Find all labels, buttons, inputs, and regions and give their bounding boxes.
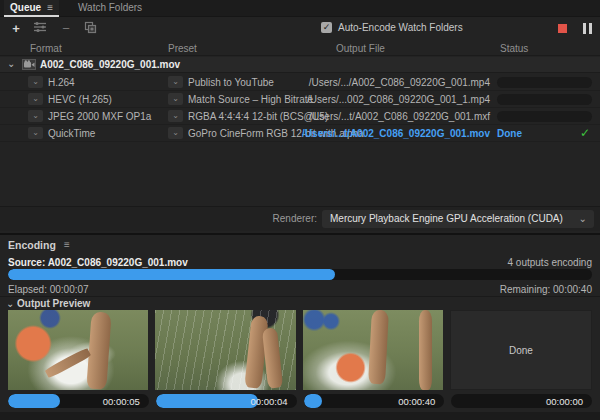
leg-shape xyxy=(87,311,112,389)
outputs-encoding-count: 4 outputs encoding xyxy=(507,257,592,268)
auto-encode-watch-folders[interactable]: ✓ Auto-Encode Watch Folders xyxy=(321,22,463,33)
elapsed-time: Elapsed: 00:00:07 xyxy=(8,284,89,295)
preview-time: 00:00:05 xyxy=(103,396,140,407)
preview-thumbnail-1 xyxy=(8,310,148,390)
preview-progress-row: 00:00:05 00:00:04 00:00:40 00:00:00 xyxy=(8,394,592,408)
collapse-chevron-icon[interactable]: ⌄ xyxy=(6,298,14,309)
preset-dropdown[interactable]: ⌄ xyxy=(168,93,183,105)
preset-label[interactable]: Publish to YouTube xyxy=(188,77,274,88)
minus-icon: − xyxy=(62,21,70,36)
queue-row[interactable]: ⌄ QuickTime ⌄ GoPro CineForm RGB 12-bit … xyxy=(0,125,600,142)
duplicate-button[interactable] xyxy=(82,21,98,37)
remaining-time: Remaining: 00:00:40 xyxy=(500,284,592,295)
plus-icon: + xyxy=(12,21,20,36)
preview-done-label: Done xyxy=(509,345,533,356)
preset-label[interactable]: Match Source – High Bitrate xyxy=(188,94,313,105)
encoding-menu-icon[interactable]: ≡ xyxy=(64,239,70,250)
output-preview-label: Output Preview xyxy=(17,298,90,309)
duplicate-icon xyxy=(84,21,97,34)
format-dropdown[interactable]: ⌄ xyxy=(28,76,43,88)
preview-progress-bar: 00:00:00 xyxy=(451,394,592,408)
leg-shape xyxy=(45,347,92,379)
leg-shape xyxy=(419,310,432,390)
preview-time: 00:00:40 xyxy=(398,396,435,407)
tab-strip: Queue≡ Watch Folders xyxy=(0,0,600,17)
encoding-panel: Encoding ≡ Source: A002_C086_09220G_001.… xyxy=(0,233,600,420)
output-file-link[interactable]: /Users/...t/A002_C086_09220G_001.mov xyxy=(300,128,490,139)
preview-time: 00:00:00 xyxy=(546,396,583,407)
clip-icon xyxy=(22,59,36,70)
status-done-label: Done xyxy=(497,128,522,139)
add-preset-button[interactable] xyxy=(32,21,48,37)
stop-button[interactable] xyxy=(558,24,567,33)
preset-dropdown[interactable]: ⌄ xyxy=(168,76,183,88)
chevron-down-icon: ⌄ xyxy=(579,210,587,228)
renderer-select[interactable]: Mercury Playback Engine GPU Acceleration… xyxy=(322,210,594,228)
sliders-icon xyxy=(33,21,47,33)
tab-watch-folders[interactable]: Watch Folders xyxy=(72,0,148,17)
tab-queue-label: Queue xyxy=(10,2,41,13)
column-format: Format xyxy=(30,43,62,54)
renderer-value: Mercury Playback Engine GPU Acceleration… xyxy=(330,213,563,224)
preview-progress-bar: 00:00:05 xyxy=(8,394,149,408)
preview-thumbnail-done: Done xyxy=(450,310,592,390)
format-label[interactable]: QuickTime xyxy=(48,128,95,139)
source-filename: A002_C086_09220G_001.mov xyxy=(40,59,180,70)
tab-queue[interactable]: Queue≡ xyxy=(4,0,59,17)
preview-thumbnail-2 xyxy=(155,310,295,390)
preview-thumbnail-3 xyxy=(303,310,443,390)
column-status: Status xyxy=(500,43,528,54)
column-output-file: Output File xyxy=(336,43,385,54)
add-source-button[interactable]: + xyxy=(8,21,24,37)
output-file-path[interactable]: /Users/.../A002_C086_09220G_001.mp4 xyxy=(300,77,490,88)
output-file-path[interactable]: /Users/...002_C086_09220G_001_1.mp4 xyxy=(300,94,490,105)
status-progress-bar xyxy=(497,77,592,88)
overall-progress-bar xyxy=(8,269,592,280)
queue-row[interactable]: ⌄ JPEG 2000 MXF OP1a ⌄ RGBA 4:4:4:4 12-b… xyxy=(0,108,600,125)
format-dropdown[interactable]: ⌄ xyxy=(28,110,43,122)
format-dropdown[interactable]: ⌄ xyxy=(28,127,43,139)
output-file-path[interactable]: /Users/...t/A002_C086_09220G_001.mxf xyxy=(300,111,490,122)
preset-dropdown[interactable]: ⌄ xyxy=(168,127,183,139)
leg-shape xyxy=(262,327,284,388)
queue-panel: Queue≡ Watch Folders + − xyxy=(0,0,600,231)
queue-toolbar: + − ✓ Auto-Encode Watch Folders xyxy=(0,18,600,41)
panel-bottom-edge xyxy=(0,412,600,420)
source-row[interactable]: ⌄ A002_C086_09220G_001.mov xyxy=(0,57,600,73)
tab-watch-folders-label: Watch Folders xyxy=(78,2,142,13)
queue-row[interactable]: ⌄ HEVC (H.265) ⌄ Match Source – High Bit… xyxy=(0,91,600,108)
done-check-icon: ✓ xyxy=(580,126,590,140)
column-preset: Preset xyxy=(168,43,197,54)
panel-menu-icon[interactable]: ≡ xyxy=(47,2,53,13)
queue-column-headers: Format Preset Output File Status xyxy=(0,42,600,56)
preview-progress-bar: 00:00:04 xyxy=(156,394,297,408)
format-label[interactable]: HEVC (H.265) xyxy=(48,94,112,105)
auto-encode-label: Auto-Encode Watch Folders xyxy=(338,22,463,33)
format-label[interactable]: H.264 xyxy=(48,77,75,88)
encoding-panel-title: Encoding xyxy=(8,239,56,251)
preview-progress-bar: 00:00:40 xyxy=(304,394,445,408)
collapse-chevron-icon[interactable]: ⌄ xyxy=(7,58,15,69)
remove-button[interactable]: − xyxy=(58,21,74,37)
queue-row[interactable]: ⌄ H.264 ⌄ Publish to YouTube /Users/.../… xyxy=(0,74,600,91)
format-dropdown[interactable]: ⌄ xyxy=(28,93,43,105)
status-progress-bar xyxy=(497,111,592,122)
pause-button[interactable] xyxy=(583,23,595,34)
leg-shape xyxy=(368,310,389,384)
output-preview-header[interactable]: ⌄ Output Preview xyxy=(0,296,600,310)
media-encoder-window: Queue≡ Watch Folders + − xyxy=(0,0,600,420)
encoding-source-label: Source: A002_C086_09220G_001.mov xyxy=(8,257,188,268)
format-label[interactable]: JPEG 2000 MXF OP1a xyxy=(48,111,151,122)
output-preview-thumbnails: Done xyxy=(8,310,592,390)
pause-icon xyxy=(583,23,586,34)
preset-dropdown[interactable]: ⌄ xyxy=(168,110,183,122)
preview-time: 00:00:04 xyxy=(251,396,288,407)
status-progress-bar xyxy=(497,94,592,105)
auto-encode-checkbox[interactable]: ✓ xyxy=(321,22,332,33)
renderer-row: Renderer: Mercury Playback Engine GPU Ac… xyxy=(0,206,600,231)
renderer-label: Renderer: xyxy=(273,213,317,224)
